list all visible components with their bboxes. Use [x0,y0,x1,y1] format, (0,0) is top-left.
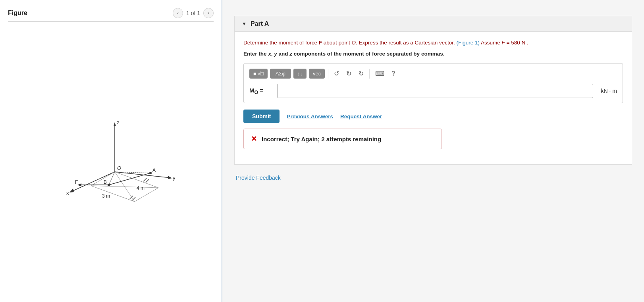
svg-line-27 [143,178,147,181]
prev-figure-button[interactable]: ‹ [173,8,183,18]
svg-text:F: F [75,179,78,185]
provide-feedback-link[interactable]: Provide Feedback [236,175,281,181]
redo-icon: ↻ [346,70,351,77]
svg-text:y: y [173,175,175,181]
answer-row: MO = kN · m [249,84,617,98]
sqrt-icon: ■ [253,71,256,77]
sqrt-button[interactable]: ■ √□ [249,69,268,79]
arrows-label: ↕↓ [297,71,303,77]
problem-text: Determine the moment of force F about po… [243,39,623,47]
part-collapse-arrow[interactable]: ▼ [242,21,247,27]
part-header: ▼ Part A [235,16,632,32]
figure-link[interactable]: (Figure 1) [457,40,480,46]
svg-marker-18 [77,183,81,187]
toolbar-separator-1 [328,69,328,79]
svg-marker-4 [168,176,172,179]
keyboard-icon: ⌨ [375,70,384,77]
reset-icon: ↻ [359,70,364,77]
greek-label: AΣφ [276,71,285,77]
request-answer-button[interactable]: Request Answer [340,113,382,119]
error-text: Incorrect; Try Again; 2 attempts remaini… [262,136,381,142]
part-body: Determine the moment of force F about po… [235,32,632,164]
sqrt-label: √□ [258,71,264,77]
figure-nav: ‹ 1 of 1 › [173,8,214,18]
figure-page-label: 1 of 1 [186,10,200,16]
svg-line-12 [91,186,158,188]
answer-input[interactable] [277,84,593,98]
error-icon: ✕ [251,135,257,143]
math-input-area: ■ √□ AΣφ ↕↓ vec ↺ [243,63,623,103]
figure-title: Figure [8,10,173,17]
svg-text:z: z [117,119,120,125]
svg-text:4 m: 4 m [137,185,145,191]
svg-marker-1 [114,122,116,126]
svg-text:O: O [117,165,121,171]
feedback-section: Provide Feedback [234,174,632,181]
reset-button[interactable]: ↻ [356,68,366,79]
redo-button[interactable]: ↻ [344,68,354,79]
svg-line-28 [146,179,149,183]
vec-button[interactable]: vec [309,69,325,79]
math-toolbar: ■ √□ AΣφ ↕↓ vec ↺ [249,68,617,79]
vec-label: vec [313,71,321,77]
answer-unit: kN · m [597,88,617,94]
part-title: Part A [251,20,269,27]
greek-button[interactable]: AΣφ [270,69,291,79]
help-icon: ? [391,70,395,77]
answer-label: MO = [249,87,273,95]
undo-button[interactable]: ↺ [332,68,341,79]
undo-icon: ↺ [334,70,339,77]
part-section: ▼ Part A Determine the moment of force F… [234,16,632,165]
svg-text:A: A [152,167,156,173]
svg-marker-7 [69,189,74,192]
figure-area: z y x O B A F [8,26,214,294]
svg-text:3 m: 3 m [102,193,110,199]
figure-diagram: z y x O B A F [35,100,186,219]
toolbar-separator-2 [369,69,370,79]
submit-button[interactable]: Submit [243,110,280,123]
previous-answers-button[interactable]: Previous Answers [287,113,333,119]
instruction-text: Enter the x, y and z components of the m… [243,51,623,57]
keyboard-button[interactable]: ⌨ [373,68,387,79]
svg-line-21 [109,173,150,185]
svg-text:x: x [66,190,69,196]
next-figure-button[interactable]: › [203,8,214,18]
svg-text:B: B [104,179,107,185]
action-row: Submit Previous Answers Request Answer [243,110,623,123]
arrows-button[interactable]: ↕↓ [293,69,307,79]
help-button[interactable]: ? [389,69,397,79]
figure-header: Figure ‹ 1 of 1 › [8,8,214,22]
left-panel: Figure ‹ 1 of 1 › z y x O [0,0,222,302]
right-panel: ▼ Part A Determine the moment of force F… [222,0,644,302]
error-box: ✕ Incorrect; Try Again; 2 attempts remai… [243,129,442,149]
